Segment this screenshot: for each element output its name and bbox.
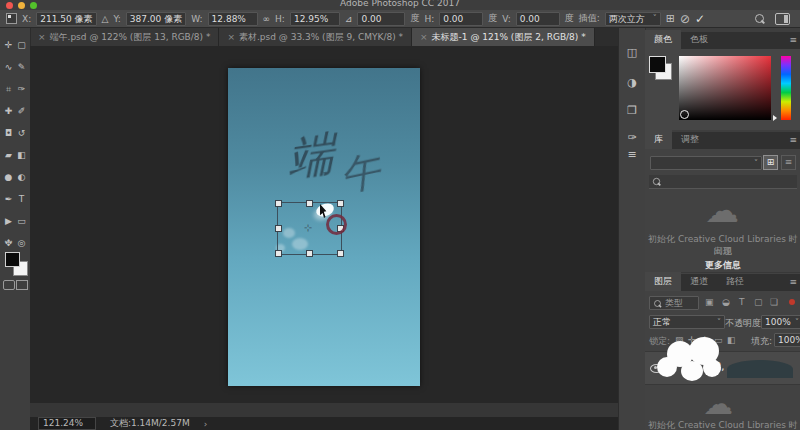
- layer-thumbnail[interactable]: [727, 360, 793, 378]
- width-input[interactable]: 12.88%: [208, 12, 258, 26]
- panel-menu-icon[interactable]: ≡: [789, 135, 797, 145]
- type-tool[interactable]: T: [15, 188, 28, 210]
- zoom-level-field[interactable]: 121.24%: [38, 417, 96, 430]
- brush-tool[interactable]: ✐: [15, 100, 28, 122]
- interpolation-select[interactable]: 两次立方˅: [605, 12, 661, 26]
- history-brush-tool[interactable]: ↺: [15, 122, 28, 144]
- chevron-down-icon: ˅: [717, 318, 721, 327]
- angle-input[interactable]: 0.00: [357, 12, 405, 26]
- y-input[interactable]: 387.00 像素: [126, 12, 186, 26]
- opacity-select[interactable]: 100%˅: [761, 315, 800, 329]
- tab-swatches[interactable]: 色板: [681, 30, 717, 49]
- status-bar: 121.24% 文档:1.14M/2.57M ›: [30, 417, 618, 430]
- transform-handle[interactable]: [275, 250, 282, 257]
- delta-icon[interactable]: △: [102, 14, 109, 24]
- link-dimensions-icon[interactable]: ∞: [263, 14, 271, 24]
- marquee-tool[interactable]: ▢: [15, 34, 28, 56]
- clone-source-panel-icon[interactable]: ❐: [619, 104, 645, 117]
- filter-adjustment-icon[interactable]: ◒: [722, 297, 730, 307]
- h-label: H:: [275, 14, 285, 24]
- properties-panel-icon[interactable]: ≡: [619, 148, 645, 161]
- more-info-button[interactable]: 更多信息: [645, 259, 800, 272]
- healing-brush-tool[interactable]: ✚: [2, 100, 15, 122]
- list-view-button[interactable]: ≡: [781, 155, 796, 170]
- fg-color-swatch[interactable]: [649, 56, 666, 73]
- adjustments-panel-icon[interactable]: ◑: [619, 76, 645, 89]
- workspace-icon[interactable]: [775, 13, 790, 25]
- tab-adjustments[interactable]: 调整: [672, 130, 708, 149]
- screen-mode-icon[interactable]: [16, 280, 28, 290]
- height-input[interactable]: 12.95%: [290, 12, 340, 26]
- close-icon[interactable]: ×: [227, 32, 235, 42]
- panel-menu-icon[interactable]: ≡: [789, 35, 797, 45]
- history-panel-icon[interactable]: ◫: [619, 46, 645, 59]
- close-icon[interactable]: ×: [420, 32, 428, 42]
- move-tool[interactable]: ✛: [2, 34, 15, 56]
- pen-tool[interactable]: ✒: [2, 188, 15, 210]
- commit-transform-icon[interactable]: ✓: [695, 12, 705, 26]
- fill-select[interactable]: 100%˅: [774, 333, 800, 347]
- filter-toggle-icon[interactable]: [789, 299, 795, 305]
- reference-point-marker[interactable]: ⊹: [304, 222, 312, 233]
- color-picker-marker[interactable]: [680, 110, 689, 119]
- cancel-transform-icon[interactable]: ⊘: [680, 12, 690, 26]
- clone-stamp-tool[interactable]: ◘: [2, 122, 15, 144]
- transform-handle[interactable]: [337, 250, 344, 257]
- gradient-tool[interactable]: ◧: [15, 144, 28, 166]
- search-icon[interactable]: [755, 14, 764, 23]
- document-canvas[interactable]: 端 午 ⊹: [228, 68, 420, 386]
- filter-smart-object-icon[interactable]: ❏: [770, 297, 778, 307]
- layers-panel-header: 图层 通道 路径 ≡: [645, 274, 800, 291]
- dodge-tool[interactable]: ◐: [15, 166, 28, 188]
- quick-select-tool[interactable]: ✎: [15, 56, 28, 78]
- tab-label: 端午.psd @ 122% (图层 13, RGB/8) *: [50, 31, 211, 44]
- blur-tool[interactable]: ●: [2, 166, 15, 188]
- color-panel-header: 颜色 色板 ≡: [645, 32, 800, 49]
- hskew-input[interactable]: 0.00: [439, 12, 483, 26]
- transform-handle[interactable]: [275, 225, 282, 232]
- tab-channels[interactable]: 通道: [681, 272, 717, 291]
- tab-layers[interactable]: 图层: [645, 272, 681, 291]
- eraser-tool[interactable]: ▰: [2, 144, 15, 166]
- library-search-input[interactable]: [649, 175, 797, 189]
- path-select-tool[interactable]: ▶: [2, 210, 15, 232]
- tab-untitled-1[interactable]: × 未标题-1 @ 121% (图层 2, RGB/8) *: [412, 28, 595, 46]
- more-tools-icon[interactable]: ⋯: [4, 236, 13, 246]
- hue-slider[interactable]: [781, 56, 791, 120]
- grid-view-button[interactable]: ⊞: [763, 155, 778, 170]
- color-saturation-field[interactable]: [679, 56, 771, 120]
- transform-handle[interactable]: [275, 200, 282, 207]
- transform-handle[interactable]: [306, 200, 313, 207]
- panel-menu-icon[interactable]: ≡: [789, 277, 797, 287]
- brush-panel-icon[interactable]: ✑: [619, 131, 645, 144]
- eyedropper-tool[interactable]: ✑: [15, 78, 28, 100]
- transform-handle[interactable]: [306, 250, 313, 257]
- tab-sucai-psd[interactable]: × 素材.psd @ 33.3% (图层 9, CMYK/8) *: [219, 28, 412, 46]
- library-select[interactable]: ˅: [650, 156, 762, 170]
- crop-tool[interactable]: ⌗: [2, 78, 15, 100]
- color-panel-body: [645, 49, 800, 130]
- filter-type-icon[interactable]: T: [739, 297, 745, 307]
- shape-tool[interactable]: ▭: [15, 210, 28, 232]
- close-icon[interactable]: ×: [38, 32, 46, 42]
- x-input[interactable]: 211.50 像素: [36, 12, 96, 26]
- tab-duanwu-psd[interactable]: × 端午.psd @ 122% (图层 13, RGB/8) *: [30, 28, 219, 46]
- warp-mode-icon[interactable]: ⊞: [666, 12, 675, 25]
- filter-shape-icon[interactable]: ▢: [754, 297, 763, 307]
- blend-mode-select[interactable]: 正常˅: [649, 315, 725, 329]
- lasso-tool[interactable]: ∿: [2, 56, 15, 78]
- zoom-tool[interactable]: ◎: [15, 232, 28, 254]
- tab-libraries[interactable]: 库: [645, 130, 672, 149]
- lock-all-icon[interactable]: ◧: [727, 335, 736, 345]
- foreground-color-swatch[interactable]: [5, 252, 20, 267]
- tab-color[interactable]: 颜色: [645, 30, 681, 49]
- vskew-input[interactable]: 0.00: [516, 12, 560, 26]
- layer-filter-select[interactable]: 类型: [649, 296, 699, 310]
- status-arrow-icon[interactable]: ›: [204, 419, 208, 429]
- tab-paths[interactable]: 路径: [717, 272, 753, 291]
- libraries-error-text2: 问题: [645, 245, 800, 257]
- reference-point-icon[interactable]: [6, 13, 17, 24]
- filter-pixel-icon[interactable]: ▣: [705, 297, 714, 307]
- quick-mask-icon[interactable]: [3, 280, 15, 290]
- transform-handle[interactable]: [337, 200, 344, 207]
